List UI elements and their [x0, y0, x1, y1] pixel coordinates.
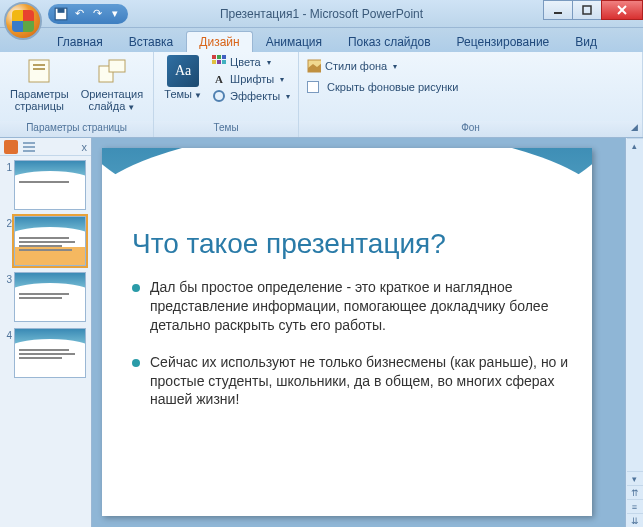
svg-rect-12	[217, 55, 221, 59]
thumbnail-item: 3	[2, 272, 89, 322]
slide-title[interactable]: Что такое презентация?	[132, 228, 562, 260]
bullet-item: Дал бы простое определение - это краткое…	[132, 278, 572, 335]
effects-button[interactable]: Эффекты▾	[210, 88, 292, 104]
slide-thumbnails-pane: x 1 2 3 4	[0, 138, 92, 527]
tab-slideshow[interactable]: Показ слайдов	[335, 31, 444, 52]
office-button[interactable]	[4, 2, 42, 40]
current-slide[interactable]: Что такое презентация? Дал бы простое оп…	[102, 148, 592, 516]
outline-tab-icon[interactable]	[22, 140, 36, 154]
svg-rect-21	[23, 150, 35, 152]
hide-bg-checkbox[interactable]: Скрыть фоновые рисунки	[305, 80, 460, 94]
effects-label: Эффекты	[230, 90, 280, 102]
slides-tab-icon[interactable]	[4, 140, 18, 154]
orientation-button[interactable]: Ориентация слайда▼	[77, 54, 147, 116]
hide-bg-label: Скрыть фоновые рисунки	[327, 81, 458, 93]
chevron-down-icon: ▾	[280, 75, 284, 84]
tab-design[interactable]: Дизайн	[186, 31, 252, 52]
bullet-text[interactable]: Сейчас их используют не только бизнесмен…	[150, 353, 572, 410]
thumbnail-item: 2	[2, 216, 89, 266]
slide-number: 2	[2, 216, 12, 266]
themes-label: Темы▼	[164, 88, 202, 102]
pane-close-button[interactable]: x	[82, 141, 88, 153]
scroll-down-icon[interactable]: ▾	[627, 471, 643, 485]
page-setup-button[interactable]: Параметры страницы	[6, 54, 73, 114]
effects-icon	[212, 89, 226, 103]
minimize-button[interactable]	[543, 0, 573, 20]
prev-slide-icon[interactable]: ⇈	[627, 485, 643, 499]
slide-thumbnail-1[interactable]	[14, 160, 86, 210]
bullet-item: Сейчас их используют не только бизнесмен…	[132, 353, 572, 410]
svg-rect-14	[212, 60, 216, 64]
bullet-text[interactable]: Дал бы простое определение - это краткое…	[150, 278, 572, 335]
background-options: Стили фона▾ Скрыть фоновые рисунки	[305, 54, 460, 94]
themes-button[interactable]: Aa Темы▼	[160, 54, 206, 104]
svg-rect-10	[109, 60, 125, 72]
bg-styles-button[interactable]: Стили фона▾	[305, 58, 460, 74]
slide-thumbnail-3[interactable]	[14, 272, 86, 322]
ribbon-tabs: Главная Вставка Дизайн Анимация Показ сл…	[0, 28, 643, 52]
redo-icon[interactable]: ↷	[90, 7, 104, 21]
slide-number: 4	[2, 328, 12, 378]
window-controls	[544, 0, 643, 27]
dialog-launcher-icon[interactable]: ◢	[628, 122, 640, 134]
svg-rect-8	[33, 68, 45, 70]
scroll-up-icon[interactable]: ▴	[627, 138, 643, 152]
chevron-down-icon: ▾	[393, 62, 397, 71]
group-label-themes: Темы	[154, 121, 298, 137]
pane-header: x	[0, 138, 91, 156]
bg-styles-icon	[307, 59, 321, 73]
colors-button[interactable]: Цвета▾	[210, 54, 292, 70]
slide-thumbnail-2[interactable]	[14, 216, 86, 266]
svg-rect-11	[212, 55, 216, 59]
svg-point-17	[214, 91, 224, 101]
svg-rect-1	[58, 8, 65, 13]
next-slide-icon[interactable]: ⇊	[627, 513, 643, 527]
group-label-background: Фон◢	[299, 121, 642, 137]
undo-icon[interactable]: ↶	[72, 7, 86, 21]
slide-number: 1	[2, 160, 12, 210]
slide-body[interactable]: Дал бы простое определение - это краткое…	[132, 278, 572, 427]
bg-styles-label: Стили фона	[325, 60, 387, 72]
svg-rect-3	[583, 6, 591, 14]
checkbox-icon	[307, 81, 319, 93]
group-background: Стили фона▾ Скрыть фоновые рисунки Фон◢	[299, 52, 643, 137]
svg-rect-6	[29, 60, 49, 82]
chevron-down-icon: ▾	[286, 92, 290, 101]
svg-rect-16	[222, 60, 226, 64]
group-label-page-setup: Параметры страницы	[0, 121, 153, 137]
tab-review[interactable]: Рецензирование	[444, 31, 563, 52]
theme-thumb-icon: Aa	[167, 56, 199, 86]
slide-thumbnail-4[interactable]	[14, 328, 86, 378]
ribbon: Параметры страницы Ориентация слайда▼ Па…	[0, 52, 643, 138]
close-button[interactable]	[601, 0, 643, 20]
fonts-label: Шрифты	[230, 73, 274, 85]
thumbnail-list: 1 2 3 4	[0, 156, 91, 527]
svg-rect-7	[33, 64, 45, 66]
svg-rect-19	[23, 142, 35, 144]
chevron-down-icon: ▾	[267, 58, 271, 67]
orientation-icon	[96, 56, 128, 86]
maximize-button[interactable]	[572, 0, 602, 20]
tab-home[interactable]: Главная	[44, 31, 116, 52]
title-bar: ↶ ↷ ▾ Презентация1 - Microsoft PowerPoin…	[0, 0, 643, 28]
save-icon[interactable]	[54, 7, 68, 21]
svg-rect-15	[217, 60, 221, 64]
theme-sample: Aa	[167, 55, 199, 87]
page-setup-icon	[23, 56, 55, 86]
slide-editor[interactable]: Что такое презентация? Дал бы простое оп…	[92, 138, 625, 527]
fonts-button[interactable]: AШрифты▾	[210, 71, 292, 87]
tab-insert[interactable]: Вставка	[116, 31, 187, 52]
group-page-setup: Параметры страницы Ориентация слайда▼ Па…	[0, 52, 154, 137]
bullet-icon	[132, 284, 140, 292]
workspace: x 1 2 3 4 Что такое презентация? Дал бы …	[0, 138, 643, 527]
qat-dropdown-icon[interactable]: ▾	[108, 7, 122, 21]
orientation-label: Ориентация слайда▼	[81, 88, 143, 114]
page-setup-label: Параметры страницы	[10, 88, 69, 112]
vertical-scrollbar[interactable]: ▴ ▾ ⇈ ≡ ⇊	[625, 138, 643, 527]
chevron-down-icon: ▼	[127, 103, 135, 112]
tab-view[interactable]: Вид	[562, 31, 610, 52]
nav-menu-icon[interactable]: ≡	[627, 499, 643, 513]
qat-container: ↶ ↷ ▾	[48, 4, 128, 24]
slide-number: 3	[2, 272, 12, 322]
tab-animations[interactable]: Анимация	[253, 31, 335, 52]
